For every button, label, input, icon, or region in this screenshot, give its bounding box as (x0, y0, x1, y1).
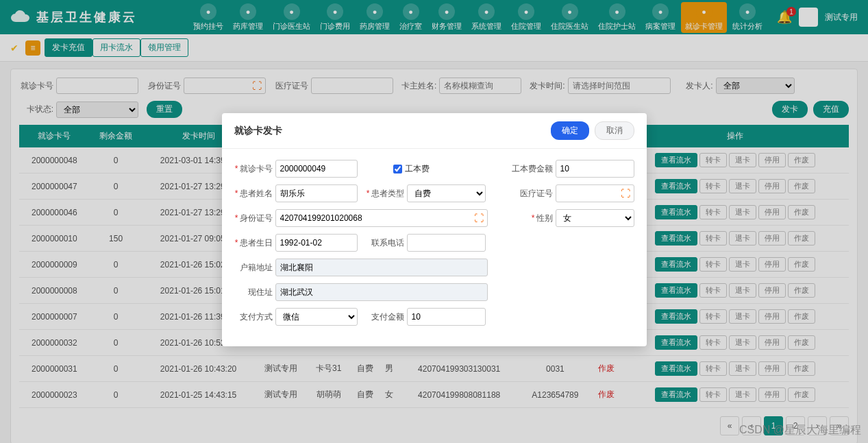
card-no-field[interactable] (275, 160, 358, 178)
reg-addr-field[interactable] (275, 259, 488, 276)
fee-amount-field[interactable] (556, 160, 634, 178)
fee-label: 工本费 (405, 163, 430, 175)
pay-method-label: 支付方式 (234, 311, 273, 323)
sex-select[interactable]: 女 (556, 209, 634, 227)
birth-label: 患者生日 (234, 237, 273, 249)
modal-ok-button[interactable]: 确定 (551, 121, 589, 140)
med-no-label: 医疗证号 (514, 188, 553, 200)
scan-icon[interactable]: ⛶ (474, 213, 484, 224)
pay-method-select[interactable]: 微信 (275, 308, 358, 326)
id-no-label: 身份证号 (234, 213, 273, 224)
patient-name-label: 患者姓名 (234, 188, 273, 200)
issue-card-modal: 就诊卡发卡 确定 取消 就诊卡号 工本费 工本费金额 患者姓名 患者类型自费 医… (222, 113, 647, 346)
fee-amount-label: 工本费金额 (512, 163, 553, 175)
modal-overlay: 就诊卡发卡 确定 取消 就诊卡号 工本费 工本费金额 患者姓名 患者类型自费 医… (0, 0, 868, 443)
patient-type-select[interactable]: 自费 (407, 184, 486, 202)
cur-addr-field[interactable] (275, 283, 488, 301)
card-no-label: 就诊卡号 (234, 163, 273, 175)
cur-addr-label: 现住址 (234, 287, 273, 298)
phone-label: 联系电话 (366, 237, 404, 249)
phone-field[interactable] (407, 234, 486, 252)
id-no-field[interactable] (275, 209, 488, 227)
patient-name-field[interactable] (275, 184, 358, 202)
reg-addr-label: 户籍地址 (234, 262, 273, 274)
fee-checkbox[interactable] (393, 165, 402, 173)
sex-label: 性别 (514, 213, 553, 224)
modal-body: 就诊卡号 工本费 工本费金额 患者姓名 患者类型自费 医疗证号⛶ 身份证号⛶ 性… (222, 149, 647, 346)
modal-cancel-button[interactable]: 取消 (595, 121, 634, 140)
pay-amount-field[interactable] (407, 308, 486, 326)
watermark: CSDN @星辰大海里编程 (739, 423, 861, 438)
modal-title: 就诊卡发卡 (234, 125, 282, 137)
pay-amount-label: 支付金额 (366, 311, 404, 323)
birth-field[interactable] (275, 234, 358, 252)
patient-type-label: 患者类型 (366, 188, 404, 200)
scan-icon[interactable]: ⛶ (621, 188, 630, 199)
